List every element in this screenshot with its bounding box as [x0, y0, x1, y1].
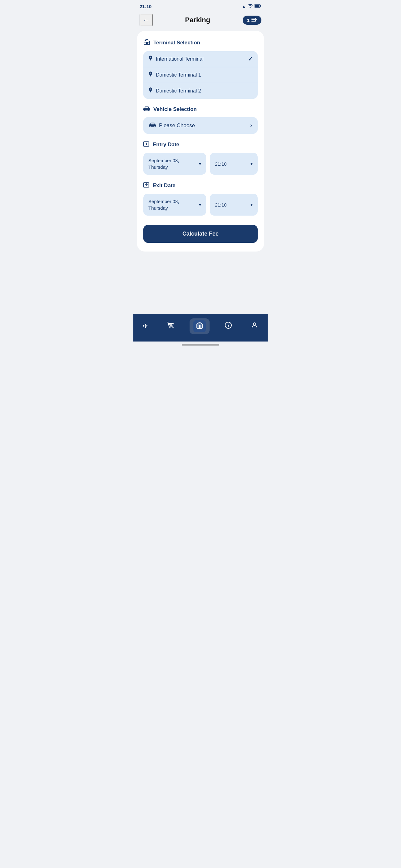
- info-icon: [225, 321, 232, 331]
- home-indicator: [182, 344, 219, 346]
- chevron-right-icon: ›: [250, 122, 252, 129]
- entry-date-row: September 08,Thursday ▾ 21:10 ▾: [143, 153, 258, 175]
- exit-date-chevron: ▾: [199, 202, 201, 207]
- terminal-item-domestic2[interactable]: Domestic Terminal 2: [143, 83, 258, 99]
- entry-date-label: Entry Date: [153, 142, 179, 148]
- exit-time-picker[interactable]: 21:10 ▾: [210, 194, 258, 216]
- terminal-list: International Terminal ✓ Domestic Termin…: [143, 51, 258, 99]
- vehicle-selector[interactable]: Please Choose ›: [143, 117, 258, 134]
- terminal-name-0: International Terminal: [156, 56, 204, 62]
- svg-rect-2: [255, 5, 260, 7]
- exit-date-row: September 08,Thursday ▾ 21:10 ▾: [143, 194, 258, 216]
- terminal-name-2: Domestic Terminal 2: [156, 88, 201, 94]
- vehicle-car-icon: [149, 122, 156, 129]
- status-bar: 21:10 ▲: [133, 0, 268, 11]
- exit-time-chevron: ▾: [250, 202, 253, 207]
- bottom-nav: ✈: [133, 314, 268, 342]
- car-icon: [143, 105, 150, 113]
- pin-icon-2: [148, 88, 153, 94]
- vehicle-section: Vehicle Selection Please Choose ›: [143, 105, 258, 134]
- terminal-section-label: Terminal Selection: [153, 40, 200, 46]
- entry-date-section: Entry Date September 08,Thursday ▾ 21:10…: [143, 141, 258, 175]
- back-button[interactable]: ←: [140, 14, 153, 26]
- exit-date-value: September 08,Thursday: [148, 198, 179, 211]
- svg-rect-7: [145, 40, 148, 41]
- terminal-section-title: Terminal Selection: [143, 38, 258, 47]
- wifi-icon: [248, 4, 253, 9]
- badge-arrow-icon: [252, 18, 257, 23]
- exit-date-label: Exit Date: [153, 183, 175, 189]
- exit-icon: [143, 182, 149, 189]
- pin-icon-1: [148, 71, 153, 79]
- profile-icon: [251, 321, 258, 331]
- entry-time-picker[interactable]: 21:10 ▾: [210, 153, 258, 175]
- nav-item-profile[interactable]: [247, 320, 262, 333]
- nav-item-basket[interactable]: [163, 320, 178, 333]
- status-time: 21:10: [140, 4, 152, 9]
- exit-date-section: Exit Date September 08,Thursday ▾ 21:10 …: [143, 182, 258, 216]
- exit-date-picker[interactable]: September 08,Thursday ▾: [143, 194, 206, 216]
- entry-icon: [143, 141, 149, 148]
- entry-time-value: 21:10: [215, 161, 227, 166]
- vehicle-section-label: Vehicle Selection: [153, 106, 197, 113]
- terminal-item-international[interactable]: International Terminal ✓: [143, 51, 258, 67]
- status-icons: ▲: [242, 4, 261, 9]
- terminal-item-domestic1[interactable]: Domestic Terminal 1: [143, 67, 258, 83]
- signal-icon: ▲: [242, 4, 246, 9]
- svg-rect-1: [261, 5, 261, 7]
- bottom-space: [133, 251, 268, 314]
- main-card: Terminal Selection International Termina…: [137, 31, 264, 251]
- entry-date-value: September 08,Thursday: [148, 157, 179, 170]
- pin-icon-0: [148, 56, 153, 62]
- entry-date-picker[interactable]: September 08,Thursday ▾: [143, 153, 206, 175]
- check-icon-0: ✓: [248, 56, 253, 62]
- svg-rect-4: [252, 19, 256, 20]
- nav-item-flights[interactable]: ✈: [139, 320, 152, 332]
- terminal-name-1: Domestic Terminal 1: [156, 72, 201, 78]
- header: ← Parking 1: [133, 11, 268, 31]
- battery-icon: [255, 4, 261, 9]
- exit-date-title: Exit Date: [143, 182, 258, 189]
- nav-item-home[interactable]: [190, 318, 209, 334]
- exit-time-value: 21:10: [215, 202, 227, 208]
- terminal-icon: [143, 38, 150, 47]
- entry-date-chevron: ▾: [199, 161, 201, 166]
- flights-icon: ✈: [143, 322, 148, 330]
- badge-number: 1: [247, 18, 249, 23]
- entry-time-chevron: ▾: [250, 161, 253, 166]
- vehicle-placeholder: Please Choose: [159, 122, 250, 129]
- page-title: Parking: [185, 16, 210, 24]
- header-badge[interactable]: 1: [243, 16, 261, 25]
- basket-icon: [167, 321, 175, 331]
- home-icon: [193, 320, 206, 332]
- vehicle-section-title: Vehicle Selection: [143, 105, 258, 113]
- entry-date-title: Entry Date: [143, 141, 258, 148]
- svg-point-19: [253, 323, 256, 325]
- nav-item-info[interactable]: [221, 320, 236, 333]
- calculate-fee-button[interactable]: Calculate Fee: [143, 225, 258, 243]
